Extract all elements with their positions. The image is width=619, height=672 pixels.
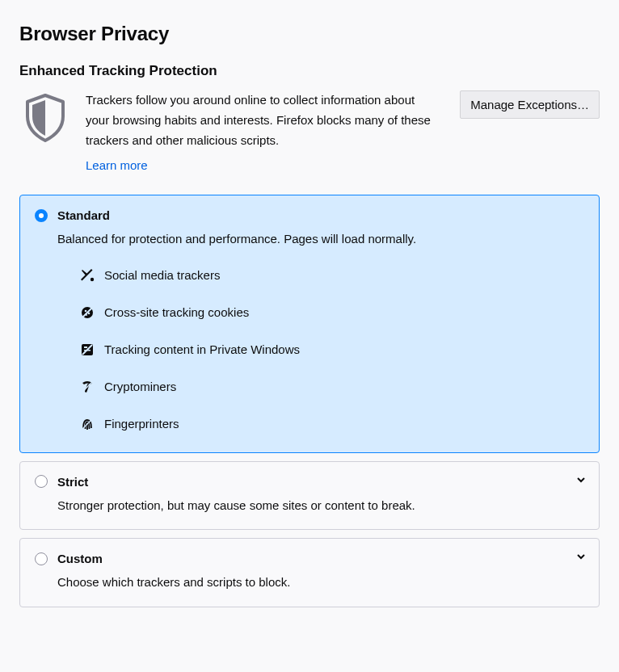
page-title: Browser Privacy [19, 23, 600, 45]
social-trackers-icon [80, 268, 95, 283]
radio-strict[interactable] [35, 475, 48, 488]
option-custom-desc: Choose which trackers and scripts to blo… [57, 573, 584, 592]
tracker-label: Cross-site tracking cookies [104, 305, 249, 319]
option-custom-label: Custom [57, 552, 103, 565]
tracker-item-cryptominers: Cryptominers [80, 380, 584, 394]
radio-standard[interactable] [35, 209, 48, 222]
manage-exceptions-button[interactable]: Manage Exceptions… [460, 90, 600, 119]
tracker-label: Tracking content in Private Windows [104, 342, 300, 356]
option-standard-label: Standard [57, 208, 110, 222]
tracker-item-content: Tracking content in Private Windows [80, 342, 584, 357]
chevron-down-icon [576, 473, 586, 483]
option-custom[interactable]: Custom Choose which trackers and scripts… [19, 538, 600, 607]
etp-description: Trackers follow you around online to col… [86, 90, 433, 150]
fingerprinter-icon [80, 417, 95, 431]
chevron-down-icon [576, 550, 586, 560]
svg-rect-6 [84, 346, 87, 348]
cookie-icon [80, 305, 95, 320]
tracker-label: Cryptominers [104, 380, 176, 393]
shield-icon [19, 90, 71, 149]
tracker-label: Fingerprinters [104, 417, 179, 430]
svg-point-2 [85, 309, 87, 312]
tracker-item-social: Social media trackers [80, 268, 584, 283]
option-standard[interactable]: Standard Balanced for protection and per… [19, 195, 600, 453]
svg-point-0 [91, 278, 94, 281]
svg-rect-7 [84, 350, 91, 351]
option-strict[interactable]: Strict Stronger protection, but may caus… [19, 461, 600, 531]
cryptominer-icon [80, 380, 95, 394]
tracking-content-icon [80, 342, 95, 357]
option-standard-desc: Balanced for protection and performance.… [57, 230, 584, 249]
option-strict-desc: Stronger protection, but may cause some … [57, 497, 584, 515]
tracker-item-cookies: Cross-site tracking cookies [80, 305, 584, 320]
section-title: Enhanced Tracking Protection [19, 63, 600, 79]
tracker-label: Social media trackers [104, 268, 220, 282]
option-strict-label: Strict [57, 475, 88, 489]
learn-more-link[interactable]: Learn more [86, 158, 445, 172]
tracker-item-fingerprinters: Fingerprinters [80, 417, 584, 431]
radio-custom[interactable] [35, 552, 48, 565]
